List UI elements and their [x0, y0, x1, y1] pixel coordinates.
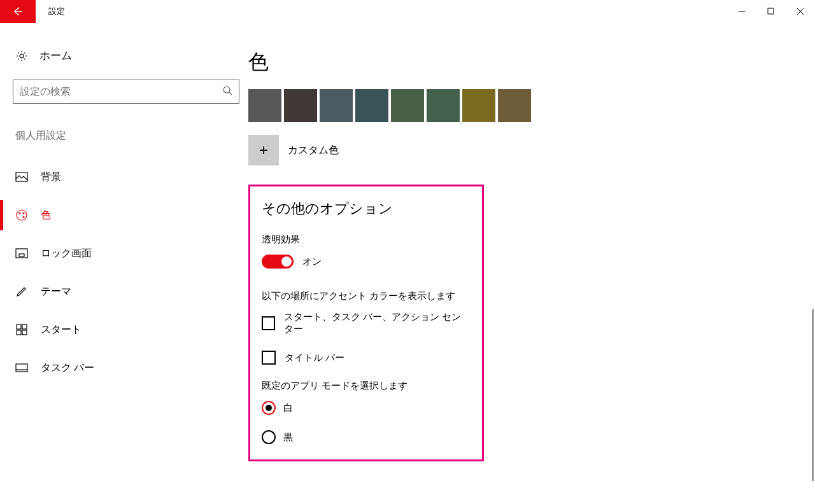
app-mode-label: 既定のアプリ モードを選択します: [262, 380, 471, 392]
svg-rect-0: [768, 8, 774, 14]
sidebar-item-label: スタート: [41, 323, 82, 337]
svg-rect-9: [19, 254, 24, 256]
svg-point-4: [17, 210, 27, 220]
sidebar-item-background[interactable]: 背景: [13, 162, 229, 192]
color-swatch[interactable]: [284, 89, 317, 122]
radio-label: 黒: [283, 431, 293, 444]
svg-rect-13: [22, 330, 27, 335]
checkbox-icon: [262, 351, 276, 365]
sidebar-item-colors[interactable]: 色: [13, 200, 229, 230]
picture-icon: [15, 172, 28, 182]
search-icon: [222, 85, 232, 98]
checkbox-start-taskbar[interactable]: スタート、タスク バー、アクション センター: [262, 311, 471, 335]
titlebar: 設定: [0, 0, 815, 23]
sidebar-item-label: 背景: [41, 171, 61, 184]
home-label: ホーム: [39, 48, 72, 63]
radio-dark-mode[interactable]: 黒: [262, 430, 471, 444]
transparency-label: 透明効果: [262, 234, 471, 246]
svg-point-5: [19, 213, 20, 214]
color-swatch[interactable]: [320, 89, 353, 122]
section-label: 個人用設定: [13, 129, 229, 143]
sidebar-item-label: ロック画面: [41, 247, 92, 260]
sidebar-item-start[interactable]: スタート: [13, 314, 229, 345]
color-swatch[interactable]: [248, 89, 281, 122]
svg-point-2: [223, 87, 230, 93]
custom-color-row: + カスタム色: [248, 135, 809, 165]
radio-light-mode[interactable]: 白: [262, 401, 471, 415]
svg-rect-11: [22, 325, 27, 329]
svg-point-7: [23, 216, 24, 218]
color-swatch[interactable]: [462, 89, 495, 122]
sidebar: ホーム 個人用設定 背景 色 ロック画面 テーマ スタート タスク: [0, 23, 242, 504]
sidebar-item-taskbar[interactable]: タスク バー: [13, 353, 229, 383]
color-swatch[interactable]: [391, 89, 424, 122]
main-content: 色 + カスタム色 その他のオプション 透明効果 オン 以下の場所にアクセント …: [242, 23, 815, 504]
other-options-title: その他のオプション: [262, 199, 471, 218]
sidebar-item-label: タスク バー: [41, 361, 94, 375]
search-box[interactable]: [13, 80, 239, 104]
brush-icon: [15, 285, 28, 298]
window-title: 設定: [48, 6, 65, 17]
checkbox-label: スタート、タスク バー、アクション センター: [284, 311, 471, 335]
page-title: 色: [248, 48, 809, 76]
color-swatch[interactable]: [498, 89, 531, 122]
radio-label: 白: [283, 402, 293, 414]
sidebar-item-label: 色: [41, 209, 51, 222]
svg-rect-14: [16, 364, 27, 372]
radio-icon: [262, 430, 276, 444]
sidebar-item-lockscreen[interactable]: ロック画面: [13, 238, 229, 269]
accent-label: 以下の場所にアクセント カラーを表示します: [262, 290, 471, 302]
toggle-state-label: オン: [302, 256, 322, 268]
custom-color-label: カスタム色: [288, 144, 339, 157]
close-button[interactable]: [786, 0, 815, 23]
gear-icon: [15, 50, 28, 62]
color-swatch[interactable]: [427, 89, 460, 122]
sidebar-item-themes[interactable]: テーマ: [13, 276, 229, 307]
svg-point-6: [23, 213, 24, 214]
add-custom-color-button[interactable]: +: [248, 135, 279, 165]
palette-icon: [15, 209, 28, 221]
other-options-box: その他のオプション 透明効果 オン 以下の場所にアクセント カラーを表示します …: [248, 185, 484, 461]
minimize-button[interactable]: [727, 0, 756, 23]
lockscreen-icon: [15, 248, 28, 258]
checkbox-label: タイトル バー: [285, 352, 344, 364]
color-swatch[interactable]: [355, 89, 388, 122]
transparency-toggle[interactable]: [262, 255, 294, 269]
back-button[interactable]: [0, 0, 36, 23]
color-swatch-row: [248, 89, 809, 122]
svg-rect-10: [17, 325, 21, 329]
checkbox-titlebar[interactable]: タイトル バー: [262, 351, 471, 365]
svg-rect-12: [17, 330, 21, 335]
plus-icon: +: [259, 141, 268, 159]
checkbox-icon: [262, 316, 275, 330]
home-link[interactable]: ホーム: [13, 48, 229, 63]
back-arrow-icon: [11, 5, 24, 18]
start-icon: [15, 324, 28, 335]
window-controls: [727, 0, 815, 23]
taskbar-icon: [15, 363, 28, 372]
maximize-button[interactable]: [756, 0, 786, 23]
svg-point-1: [20, 54, 24, 58]
radio-icon: [262, 401, 276, 415]
scrollbar[interactable]: [812, 309, 814, 481]
search-input[interactable]: [20, 86, 222, 97]
sidebar-item-label: テーマ: [41, 285, 71, 298]
